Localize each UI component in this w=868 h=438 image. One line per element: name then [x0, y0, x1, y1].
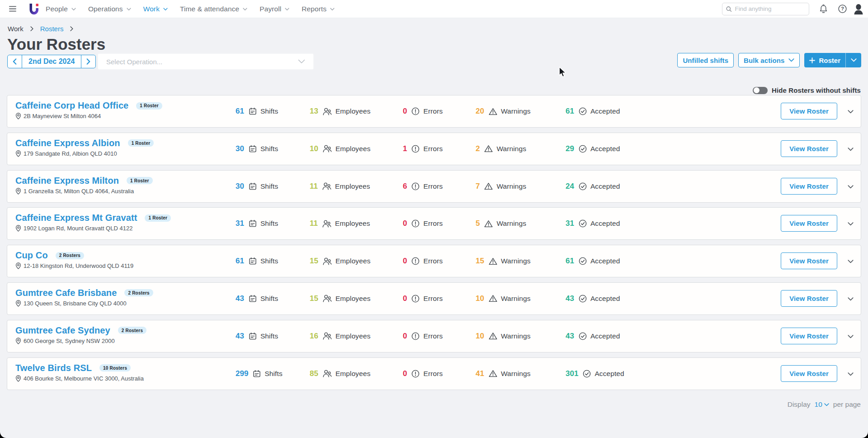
view-roster-button[interactable]: View Roster	[781, 252, 837, 269]
employees-icon	[322, 182, 331, 190]
hide-rosters-toggle[interactable]	[753, 87, 768, 94]
view-roster-button[interactable]: View Roster	[781, 290, 837, 307]
stat-errors-label: Errors	[423, 332, 443, 340]
roster-card-title[interactable]: Caffeine Express Milton	[15, 176, 119, 186]
roster-card-title[interactable]: Gumtree Cafe Brisbane	[15, 288, 117, 298]
question-circle-icon: ?	[838, 5, 847, 13]
card-expand-chevron[interactable]	[846, 257, 855, 266]
date-prev-button[interactable]	[8, 55, 22, 68]
breadcrumb-chevron-icon	[30, 26, 33, 31]
calendar-icon	[249, 295, 257, 303]
card-expand-chevron[interactable]	[846, 295, 855, 304]
roster-card-stats: 31Shifts11Employees0Errors5Warnings31Acc…	[236, 208, 620, 239]
view-roster-button[interactable]: View Roster	[781, 178, 837, 195]
accepted-icon	[579, 107, 587, 115]
search-input[interactable]	[735, 5, 805, 12]
employees-icon	[323, 332, 332, 340]
nav-item-time-attendance[interactable]: Time & attendance	[180, 5, 247, 13]
stat-shifts-label: Shifts	[260, 219, 278, 228]
user-avatar[interactable]	[851, 1, 866, 17]
bulk-actions-button[interactable]: Bulk actions	[738, 53, 800, 67]
roster-card: Caffeine Express Albion1 Roster179 Sandg…	[7, 133, 861, 165]
employees-icon	[323, 108, 332, 115]
stat-shifts-value: 30	[236, 144, 244, 153]
stat-warnings-label: Warnings	[501, 295, 531, 303]
stat-employees-value: 13	[310, 107, 318, 116]
card-expand-chevron[interactable]	[846, 145, 855, 154]
stat-errors-label: Errors	[423, 107, 443, 115]
card-expand-chevron[interactable]	[846, 219, 855, 229]
warning-icon	[489, 332, 497, 340]
breadcrumb-work[interactable]: Work	[8, 25, 24, 33]
stat-warnings-label: Warnings	[501, 370, 531, 378]
chevron-down-icon	[848, 185, 854, 189]
unfilled-shifts-button[interactable]: Unfilled shifts	[677, 53, 734, 67]
address-text: 2B Mayneview St Milton 4064	[24, 113, 101, 119]
roster-card-title[interactable]: Caffeine Express Mt Gravatt	[15, 213, 137, 223]
add-roster-button[interactable]: Roster	[804, 53, 846, 67]
foundu-logo[interactable]	[26, 0, 42, 18]
stat-warnings-label: Warnings	[496, 219, 526, 228]
stat-shifts-label: Shifts	[264, 370, 282, 378]
stat-errors-value: 0	[403, 369, 407, 378]
pagination-control: Display 10 per page	[788, 400, 861, 409]
notifications-bell-icon[interactable]	[816, 1, 831, 17]
card-expand-chevron[interactable]	[846, 107, 855, 116]
nav-item-reports[interactable]: Reports	[302, 5, 335, 13]
breadcrumb-rosters[interactable]: Rosters	[40, 25, 64, 33]
nav-item-work[interactable]: Work	[143, 5, 168, 13]
card-expand-chevron[interactable]	[846, 332, 855, 341]
view-roster-button[interactable]: View Roster	[781, 328, 837, 344]
error-icon	[411, 107, 420, 115]
stat-shifts-value: 61	[236, 257, 244, 266]
accepted-icon	[579, 182, 587, 190]
add-roster-dropdown-button[interactable]	[846, 53, 861, 67]
view-roster-button[interactable]: View Roster	[781, 103, 837, 119]
location-pin-icon	[15, 262, 21, 269]
operation-select[interactable]: Select Operation...	[98, 53, 314, 70]
nav-item-operations[interactable]: Operations	[88, 5, 131, 13]
per-page-select[interactable]: 10	[815, 400, 829, 409]
chevron-down-icon	[851, 58, 857, 62]
stat-accepted: 43Accepted	[566, 294, 620, 303]
card-expand-chevron[interactable]	[846, 182, 855, 191]
stat-accepted-label: Accepted	[590, 257, 620, 265]
roster-card-info: Caffeine Express Milton1 Roster1 Granzel…	[15, 176, 153, 195]
view-roster-button[interactable]: View Roster	[781, 365, 837, 382]
per-page-value: 10	[815, 400, 822, 409]
nav-item-label: Reports	[302, 5, 326, 13]
hamburger-menu-icon[interactable]	[4, 0, 22, 18]
stat-accepted-value: 43	[566, 332, 574, 341]
roster-card-title[interactable]: Gumtree Cafe Sydney	[15, 325, 110, 336]
date-display[interactable]: 2nd Dec 2024	[22, 55, 81, 68]
stat-employees: 13Employees	[310, 107, 403, 116]
roster-card-title[interactable]: Caffeine Express Albion	[15, 138, 120, 148]
roster-card-info: Caffeine Corp Head Office1 Roster2B Mayn…	[15, 100, 162, 119]
card-expand-chevron[interactable]	[846, 370, 855, 379]
nav-item-payroll[interactable]: Payroll	[259, 5, 289, 13]
chevron-down-icon	[243, 8, 247, 11]
roster-card-title[interactable]: Caffeine Corp Head Office	[15, 100, 128, 111]
view-roster-button[interactable]: View Roster	[781, 215, 837, 232]
help-icon[interactable]: ?	[835, 1, 850, 17]
nav-item-people[interactable]: People	[46, 5, 76, 13]
roster-card-title[interactable]: Cup Co	[15, 250, 48, 261]
roster-card: Twelve Birds RSL10 Rosters406 Bourke St,…	[7, 357, 861, 390]
stat-warnings-label: Warnings	[501, 332, 531, 340]
stat-warnings-label: Warnings	[496, 182, 526, 190]
global-search[interactable]	[722, 3, 809, 15]
nav-item-label: Payroll	[259, 5, 281, 13]
warning-icon	[489, 295, 497, 302]
nav-item-label: People	[46, 5, 68, 13]
view-roster-button[interactable]: View Roster	[781, 140, 837, 157]
date-next-button[interactable]	[81, 55, 95, 68]
calendar-icon	[249, 257, 257, 265]
stat-accepted-value: 24	[566, 182, 574, 191]
roster-card-title[interactable]: Twelve Birds RSL	[15, 363, 92, 373]
roster-card-stats: 61Shifts13Employees0Errors20Warnings61Ac…	[236, 95, 620, 127]
stat-errors: 0Errors	[403, 332, 476, 341]
calendar-icon	[249, 107, 257, 115]
chevron-down-icon	[824, 403, 829, 406]
roster-card-address: 1 Granzella St, Milton QLD 4064, Austral…	[15, 188, 153, 195]
warning-icon	[489, 257, 497, 265]
